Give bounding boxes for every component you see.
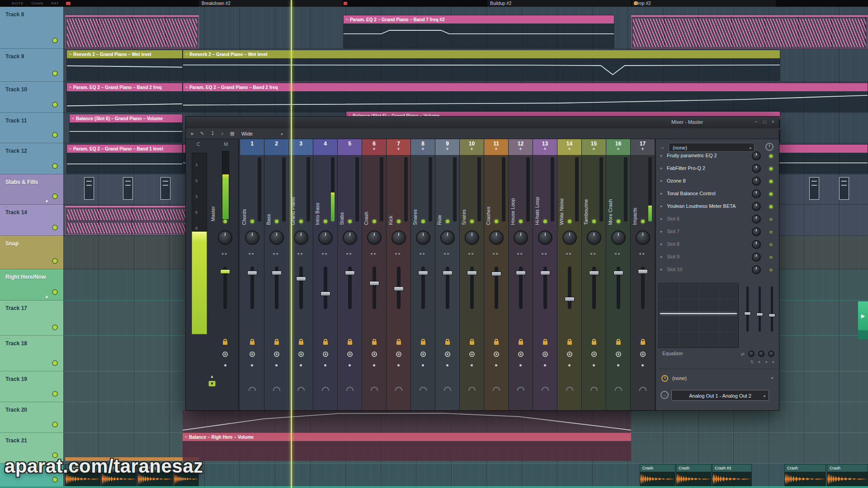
- channel-enable-led[interactable]: [299, 220, 303, 223]
- effect-slot[interactable]: ▸Youlean Loudness Meter BETA: [656, 200, 779, 213]
- channel-volume-fader[interactable]: [495, 267, 498, 309]
- channel-volume-fader[interactable]: [470, 267, 474, 309]
- record-button[interactable]: [542, 352, 548, 357]
- lock-icon[interactable]: [494, 341, 499, 345]
- channel-pan-knob[interactable]: [416, 230, 430, 245]
- automation-clip[interactable]: ≈Param. EQ 2 – Grand Piano – Band 2 freq: [66, 83, 183, 112]
- channel-enable-led[interactable]: [495, 220, 498, 223]
- mixer-channel-header[interactable]: 4: [313, 139, 337, 155]
- mixer-channel-strip[interactable]: 11+Crashes◂▸: [484, 139, 509, 410]
- effect-mix-knob[interactable]: [752, 253, 761, 262]
- lock-icon[interactable]: [592, 341, 596, 345]
- effect-enable-led[interactable]: [769, 230, 773, 234]
- mixer-channel-strip[interactable]: 13+Hi-hats Loop◂▸: [533, 139, 557, 410]
- midi-clip[interactable]: [160, 177, 170, 200]
- eq-low-knob[interactable]: [748, 351, 755, 357]
- channel-volume-fader[interactable]: [397, 267, 401, 309]
- channel-pan-knob[interactable]: [269, 230, 284, 245]
- mixer-channel-strip[interactable]: 7+Kick◂▸: [387, 139, 411, 410]
- track-row[interactable]: ...Snap: [0, 236, 63, 269]
- slider-handle[interactable]: [769, 314, 775, 317]
- mixer-channel-strip[interactable]: 17+Impacts◂▸: [631, 139, 655, 410]
- effect-mix-knob[interactable]: [752, 240, 761, 249]
- master-strip[interactable]: C M Master ▲ ▼ 30369◂▸: [186, 139, 239, 410]
- record-button[interactable]: [445, 352, 450, 357]
- track-row[interactable]: ...Track 17: [0, 300, 63, 336]
- mixer-channel-header[interactable]: 13+: [533, 139, 557, 155]
- automation-clip[interactable]: ≈Param. EQ 2 – Grand Piano – Band 2 freq: [183, 83, 868, 112]
- fader-handle[interactable]: [491, 272, 501, 276]
- lock-icon[interactable]: [519, 341, 523, 345]
- timeline-marker[interactable]: Breakdown #2: [202, 1, 231, 6]
- fader-handle[interactable]: [418, 271, 428, 275]
- mixer-channel-header[interactable]: 7+: [387, 139, 410, 155]
- channel-enable-led[interactable]: [397, 220, 401, 223]
- effect-enable-led[interactable]: [769, 167, 773, 170]
- record-button[interactable]: [396, 352, 401, 357]
- lock-icon[interactable]: [250, 341, 255, 345]
- mixer-channel-header[interactable]: 11+: [484, 139, 508, 155]
- record-button[interactable]: [591, 352, 597, 357]
- dot-icon[interactable]: ●: [758, 360, 760, 364]
- track-led[interactable]: [53, 259, 57, 263]
- track-row[interactable]: ...Stabs & Fills▲: [0, 174, 63, 205]
- midi-clip[interactable]: [809, 177, 819, 200]
- channel-pan-knob[interactable]: [465, 230, 479, 245]
- eq-band-slider[interactable]: [759, 286, 761, 332]
- effect-enable-led[interactable]: [769, 268, 773, 272]
- track-row[interactable]: ...Track 20: [0, 402, 63, 433]
- mixer-window[interactable]: Mixer - Master −□× ▸✎↧♪▦ Wide ▸ C M Mast…: [185, 116, 779, 411]
- mixer-channel-strip[interactable]: 1Chords◂▸: [240, 139, 264, 410]
- audio-icon[interactable]: ♪: [221, 131, 224, 136]
- track-led[interactable]: [53, 38, 57, 42]
- channel-enable-led[interactable]: [348, 220, 352, 223]
- channel-enable-led[interactable]: [641, 220, 645, 223]
- maximize-button[interactable]: □: [763, 119, 766, 124]
- eq-display[interactable]: [658, 283, 739, 348]
- channel-pan-knob[interactable]: [562, 230, 577, 245]
- mixer-channel-strip[interactable]: 5Stabs◂▸: [338, 139, 362, 410]
- track-row[interactable]: ...Track 18: [0, 336, 63, 371]
- effect-enable-led[interactable]: [769, 180, 773, 183]
- track-led[interactable]: [53, 225, 57, 230]
- lock-icon[interactable]: [567, 341, 572, 345]
- audio-clip[interactable]: Crash: [827, 464, 868, 487]
- channel-volume-fader[interactable]: [641, 267, 645, 309]
- slider-handle[interactable]: [744, 312, 751, 315]
- automation-clip[interactable]: ≈Balance – Righ Here – Volume: [183, 410, 631, 461]
- channel-volume-fader[interactable]: [223, 267, 227, 309]
- channel-enable-led[interactable]: [421, 220, 425, 223]
- fader-handle[interactable]: [345, 271, 355, 275]
- fader-handle[interactable]: [589, 271, 599, 275]
- channel-enable-led[interactable]: [250, 220, 254, 223]
- audio-clip[interactable]: Crash: [640, 464, 675, 487]
- edge-panel[interactable]: ▶: [858, 301, 868, 330]
- channel-volume-fader[interactable]: [324, 267, 327, 309]
- track-led[interactable]: [53, 290, 57, 294]
- track-led[interactable]: [53, 71, 57, 75]
- mixer-titlebar[interactable]: Mixer - Master −□×: [186, 117, 779, 129]
- mixer-channel-strip[interactable]: 3Grand Piano◂▸: [289, 139, 313, 410]
- effect-enable-led[interactable]: [769, 256, 773, 259]
- lock-icon[interactable]: [421, 341, 425, 345]
- mixer-channel-header[interactable]: 8+: [411, 139, 435, 155]
- fader-handle[interactable]: [394, 286, 404, 291]
- record-button[interactable]: [372, 352, 377, 357]
- channel-pan-knob[interactable]: [318, 230, 333, 245]
- mixer-channel-strip[interactable]: 6+Crash◂▸: [362, 139, 387, 410]
- channel-pan-knob[interactable]: [440, 230, 455, 245]
- lock-icon[interactable]: [323, 341, 328, 345]
- audio-output-selector[interactable]: Analog Out 1 - Analog Out 2 ▸: [671, 390, 769, 401]
- channel-volume-fader[interactable]: [617, 267, 620, 309]
- track-led[interactable]: [53, 103, 57, 107]
- track-row[interactable]: ...Track 14: [0, 205, 63, 236]
- midi-clip[interactable]: [839, 177, 849, 200]
- channel-enable-led[interactable]: [223, 220, 227, 223]
- track-row[interactable]: ...Right Here/Now▲: [0, 269, 63, 300]
- effect-slot[interactable]: ▸Ozone 8: [656, 175, 779, 188]
- mixer-channel-header[interactable]: 14+: [557, 139, 581, 155]
- playhead[interactable]: [291, 0, 292, 488]
- dot-icon[interactable]: ●: [765, 360, 767, 364]
- midi-clip[interactable]: [123, 177, 133, 200]
- fader-handle[interactable]: [467, 271, 477, 275]
